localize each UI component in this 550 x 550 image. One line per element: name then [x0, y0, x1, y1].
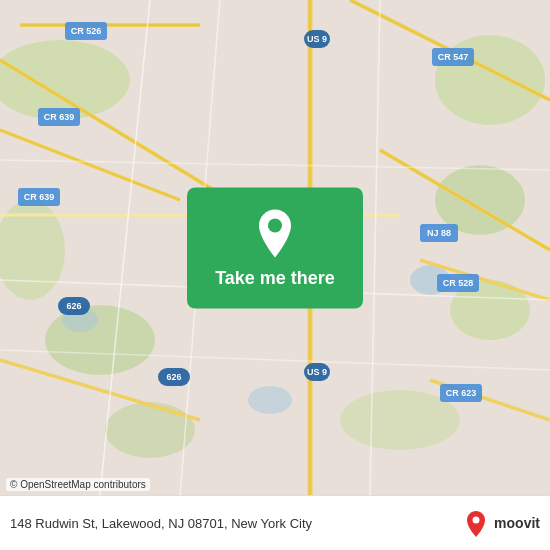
- svg-point-58: [268, 218, 282, 232]
- svg-text:US 9: US 9: [307, 367, 327, 377]
- map-container: CR 526 US 9 CR 547 CR 639 CR 639 NJ 88 U…: [0, 0, 550, 495]
- svg-text:NJ 88: NJ 88: [427, 228, 451, 238]
- svg-text:CR 639: CR 639: [44, 112, 75, 122]
- location-pin-icon: [253, 207, 297, 259]
- osm-attribution: © OpenStreetMap contributors: [6, 478, 150, 491]
- svg-point-59: [473, 517, 480, 524]
- moovit-logo[interactable]: moovit: [462, 509, 540, 537]
- svg-text:CR 639: CR 639: [24, 192, 55, 202]
- svg-text:626: 626: [166, 372, 181, 382]
- svg-point-11: [248, 386, 292, 414]
- bottom-bar: 148 Rudwin St, Lakewood, NJ 08701, New Y…: [0, 495, 550, 550]
- svg-text:US 9: US 9: [307, 34, 327, 44]
- moovit-icon: [462, 509, 490, 537]
- moovit-logo-text: moovit: [494, 515, 540, 531]
- take-me-there-button[interactable]: Take me there: [187, 187, 363, 308]
- svg-point-8: [105, 402, 195, 458]
- svg-text:CR 547: CR 547: [438, 52, 469, 62]
- svg-text:CR 528: CR 528: [443, 278, 474, 288]
- address-text: 148 Rudwin St, Lakewood, NJ 08701, New Y…: [10, 516, 454, 531]
- svg-text:626: 626: [66, 301, 81, 311]
- svg-text:CR 623: CR 623: [446, 388, 477, 398]
- svg-text:CR 526: CR 526: [71, 26, 102, 36]
- cta-label: Take me there: [215, 267, 335, 288]
- svg-point-6: [45, 305, 155, 375]
